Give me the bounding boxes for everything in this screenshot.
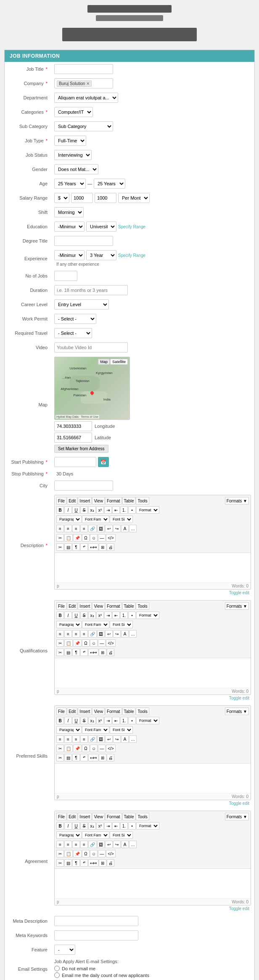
tb-link[interactable]: 🔗 xyxy=(88,525,97,532)
feature-select[interactable]: - xyxy=(54,945,75,955)
ps-tb-more[interactable]: … xyxy=(129,735,137,743)
ag-tb-formats[interactable]: Formats ▼ xyxy=(225,813,249,820)
ps-tb-hr[interactable]: — xyxy=(98,745,106,752)
start-publishing-calendar-btn[interactable]: 📅 xyxy=(98,457,109,467)
ps-tb-sub[interactable]: x₂ xyxy=(88,717,96,724)
city-input[interactable] xyxy=(54,481,113,491)
q-tb-underline[interactable]: U xyxy=(72,611,80,619)
ag-tb-italic[interactable]: I xyxy=(64,822,72,830)
tb-special[interactable]: Ω xyxy=(82,534,90,542)
job-title-input[interactable] xyxy=(54,64,113,74)
education-specify-link[interactable]: Specify Range xyxy=(118,224,145,229)
q-tb-sup[interactable]: x² xyxy=(96,611,104,619)
q-tb-strikethrough[interactable]: S xyxy=(80,611,88,619)
tb-emoji[interactable]: ☺ xyxy=(90,534,98,542)
ps-tb-paste[interactable]: 📌 xyxy=(73,745,82,752)
q-tb-source[interactable]: </> xyxy=(106,639,115,647)
ag-tb-outdent[interactable]: ⇤ xyxy=(112,822,120,830)
salary-from-input[interactable] xyxy=(71,193,93,203)
ag-tb-sup[interactable]: x² xyxy=(96,822,104,830)
ps-tb-font-family[interactable]: Font Family xyxy=(82,726,109,734)
q-tb-tools[interactable]: Tools xyxy=(136,602,149,610)
ps-tb-bold[interactable]: B xyxy=(56,717,64,724)
ps-tb-ol[interactable]: 1. xyxy=(120,717,128,724)
company-tag-remove[interactable]: ✕ xyxy=(86,81,90,86)
tb-paste[interactable]: 📌 xyxy=(73,534,82,542)
email-option2-radio[interactable] xyxy=(54,972,60,978)
ps-tb-formats-select[interactable]: Formats ▼ xyxy=(136,717,159,724)
tb-view[interactable]: View xyxy=(92,497,105,505)
ps-tb-align-right[interactable]: ≡ xyxy=(72,735,80,743)
tb-italic[interactable]: I xyxy=(64,506,72,514)
ps-tb-undo[interactable]: ↩ xyxy=(105,735,113,743)
ag-tb-edit[interactable]: Edit xyxy=(67,813,77,820)
tb-ol[interactable]: 1. xyxy=(120,506,128,514)
q-tb-formats[interactable]: Formats ▼ xyxy=(225,602,249,610)
map-container[interactable]: Uzbekistan Kyrgyzstan ...Iran Tajikistan… xyxy=(54,357,130,420)
ps-tb-extra3[interactable]: ¶ xyxy=(72,754,80,761)
education-degree-select[interactable]: University xyxy=(86,222,116,232)
job-status-select[interactable]: Interviewing xyxy=(54,150,92,160)
tb-extra1[interactable]: ✂ xyxy=(56,543,64,551)
ps-tb-italic[interactable]: I xyxy=(64,717,72,724)
q-tb-indent[interactable]: ⇥ xyxy=(104,611,112,619)
tb-align-center[interactable]: ≡ xyxy=(64,525,72,532)
q-tb-align-left[interactable]: ≡ xyxy=(56,630,64,638)
tb-cut[interactable]: ✂ xyxy=(56,534,64,542)
ag-tb-ul[interactable]: • xyxy=(128,822,136,830)
salary-per-select[interactable]: Per Month xyxy=(118,193,150,203)
ps-tb-extra1[interactable]: ✂ xyxy=(56,754,64,761)
no-of-jobs-input[interactable] xyxy=(54,271,77,281)
ag-tb-tools[interactable]: Tools xyxy=(136,813,149,820)
q-tb-table[interactable]: Table xyxy=(122,602,136,610)
tb-insert[interactable]: Insert xyxy=(78,497,92,505)
tb-indent[interactable]: ⇥ xyxy=(104,506,112,514)
tb-format[interactable]: Format xyxy=(105,497,122,505)
ag-tb-view[interactable]: View xyxy=(92,813,105,820)
q-tb-outdent[interactable]: ⇤ xyxy=(112,611,120,619)
ps-tb-paragraph[interactable]: Paragraph xyxy=(56,726,82,734)
preferred-skills-body[interactable] xyxy=(55,764,251,793)
q-tb-ul[interactable]: • xyxy=(128,611,136,619)
set-marker-btn[interactable]: Set Marker from Address xyxy=(54,445,108,453)
agreement-body[interactable] xyxy=(55,869,251,898)
q-tb-extra3[interactable]: ¶ xyxy=(72,649,80,656)
ps-tb-image[interactable]: 🖼 xyxy=(97,735,105,743)
ag-tb-extra3[interactable]: ¶ xyxy=(72,859,80,867)
ag-tb-source[interactable]: </> xyxy=(106,850,115,857)
ps-tb-emoji[interactable]: ☺ xyxy=(90,745,98,752)
ag-tb-special[interactable]: Ω xyxy=(82,850,90,857)
tb-extra4[interactable]: ❛❜ xyxy=(80,543,88,551)
experience-specify-link[interactable]: Specify Range xyxy=(118,253,145,258)
tb-extra5[interactable]: ↤↦ xyxy=(88,543,98,551)
tb-formats[interactable]: Formats ▼ xyxy=(225,497,249,505)
q-tb-extra6[interactable]: ⊞ xyxy=(99,649,106,656)
q-tb-insert[interactable]: Insert xyxy=(78,602,92,610)
q-tb-edit[interactable]: Edit xyxy=(67,602,77,610)
ag-tb-copy[interactable]: 📋 xyxy=(64,850,73,857)
q-tb-file[interactable]: File xyxy=(56,602,66,610)
tb-extra7[interactable]: 🖨 xyxy=(107,543,114,551)
tb-sub[interactable]: x₂ xyxy=(88,506,96,514)
ag-tb-formats-select[interactable]: Formats ▼ xyxy=(136,822,159,830)
tb-image[interactable]: 🖼 xyxy=(97,525,105,532)
qualifications-body[interactable] xyxy=(55,658,251,688)
ps-tb-color[interactable]: A xyxy=(121,735,129,743)
tb-sup[interactable]: x² xyxy=(96,506,104,514)
duration-input[interactable] xyxy=(54,285,128,295)
ag-tb-extra7[interactable]: 🖨 xyxy=(107,859,114,867)
ag-tb-extra6[interactable]: ⊞ xyxy=(99,859,106,867)
ps-tb-font-sizes[interactable]: Font Sizes xyxy=(110,726,133,734)
ag-tb-undo[interactable]: ↩ xyxy=(105,841,113,848)
ag-tb-extra4[interactable]: ❛❜ xyxy=(80,859,88,867)
ps-tb-view[interactable]: View xyxy=(92,708,105,715)
ag-tb-font-sizes[interactable]: Font Sizes xyxy=(110,831,133,839)
ps-tb-redo[interactable]: ↪ xyxy=(113,735,121,743)
tb-formats-select[interactable]: Formats ▼ xyxy=(136,506,159,514)
ag-tb-underline[interactable]: U xyxy=(72,822,80,830)
tb-extra3[interactable]: ¶ xyxy=(72,543,80,551)
ag-tb-emoji[interactable]: ☺ xyxy=(90,850,98,857)
ps-tb-source[interactable]: </> xyxy=(106,745,115,752)
q-tb-extra1[interactable]: ✂ xyxy=(56,649,64,656)
ps-tb-copy[interactable]: 📋 xyxy=(64,745,73,752)
